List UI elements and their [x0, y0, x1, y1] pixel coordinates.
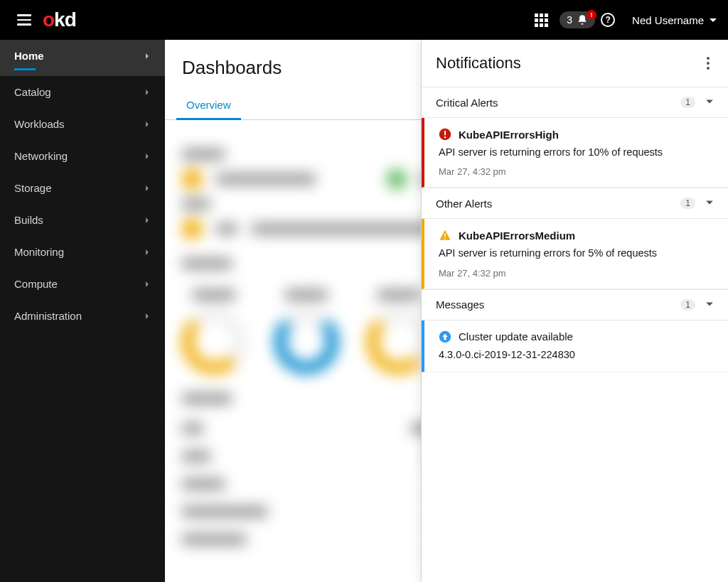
alert-item-critical[interactable]: KubeAPIErrorsHigh API server is returnin… [422, 118, 728, 188]
alert-time: Mar 27, 4:32 pm [439, 268, 714, 279]
chevron-right-icon [144, 86, 151, 98]
user-menu[interactable]: Ned Username [632, 14, 717, 26]
svg-point-2 [444, 136, 446, 138]
notification-badge: ! [587, 10, 596, 20]
alert-item-info[interactable]: Cluster update available 4.3.0-0.ci-2019… [422, 320, 728, 372]
notification-pill[interactable]: 3 ! [560, 11, 595, 28]
sidebar: Home Catalog Workloads Networking Storag… [0, 40, 165, 582]
sidebar-item-administration[interactable]: Administration [0, 300, 165, 332]
drawer-title: Notifications [436, 54, 521, 72]
chevron-down-icon [705, 298, 714, 311]
logo[interactable]: okd [43, 9, 76, 31]
chevron-right-icon [144, 150, 151, 162]
kebab-menu-icon[interactable] [702, 53, 714, 74]
help-icon[interactable]: ? [601, 13, 615, 27]
alert-time: Mar 27, 4:32 pm [439, 166, 714, 177]
sidebar-item-workloads[interactable]: Workloads [0, 108, 165, 140]
arrow-circle-up-icon [439, 330, 451, 343]
sidebar-item-storage[interactable]: Storage [0, 172, 165, 204]
alert-item-warning[interactable]: KubeAPIErrorsMedium API server is return… [422, 219, 728, 289]
sidebar-item-label: Monitoring [14, 246, 64, 258]
top-header: okd 3 ! ? Ned Username [0, 0, 728, 40]
sidebar-item-builds[interactable]: Builds [0, 204, 165, 236]
count-badge: 1 [680, 198, 695, 209]
section-name: Critical Alerts [436, 97, 498, 109]
svg-point-4 [444, 238, 446, 239]
chevron-right-icon [144, 118, 151, 130]
caret-down-icon [710, 18, 717, 22]
alert-desc: 4.3.0-0.ci-2019-12-31-224830 [439, 347, 714, 362]
alert-title: KubeAPIErrorsMedium [459, 230, 575, 242]
chevron-down-icon [705, 96, 714, 109]
chevron-right-icon [144, 50, 151, 62]
sidebar-item-label: Compute [14, 278, 58, 290]
count-badge: 1 [680, 97, 695, 108]
apps-grid-icon[interactable] [529, 8, 554, 33]
svg-rect-3 [444, 233, 446, 237]
chevron-right-icon [144, 310, 151, 322]
notifications-drawer: Notifications Critical Alerts 1 KubeAPIE… [421, 40, 728, 582]
alert-desc: API server is returning errors for 5% of… [439, 246, 714, 260]
count-badge: 1 [680, 299, 695, 311]
chevron-right-icon [144, 246, 151, 258]
chevron-right-icon [144, 182, 151, 194]
sidebar-item-monitoring[interactable]: Monitoring [0, 236, 165, 268]
sidebar-item-catalog[interactable]: Catalog [0, 76, 165, 108]
exclamation-circle-icon [439, 128, 451, 141]
section-name: Messages [436, 298, 484, 311]
sidebar-item-home[interactable]: Home [0, 40, 165, 76]
sidebar-item-label: Home [14, 50, 44, 62]
section-name: Other Alerts [436, 198, 492, 210]
main-content: Dashboards Overview [165, 40, 728, 582]
alert-desc: API server is returning errors for 10% o… [439, 145, 714, 159]
section-header-critical[interactable]: Critical Alerts 1 [422, 87, 728, 118]
alert-title: Cluster update available [459, 330, 573, 343]
sidebar-item-label: Administration [14, 310, 82, 322]
sidebar-item-label: Workloads [14, 118, 65, 130]
logo-kd: kd [54, 9, 76, 31]
section-header-other[interactable]: Other Alerts 1 [422, 188, 728, 219]
chevron-down-icon [705, 197, 714, 210]
sidebar-item-label: Storage [14, 182, 52, 194]
sidebar-item-label: Builds [14, 214, 43, 226]
sidebar-item-label: Networking [14, 150, 68, 162]
tab-overview[interactable]: Overview [176, 92, 241, 120]
logo-o: o [43, 9, 54, 31]
section-header-messages[interactable]: Messages 1 [422, 289, 728, 320]
sidebar-item-compute[interactable]: Compute [0, 268, 165, 300]
hamburger-menu-icon[interactable] [11, 9, 37, 31]
sidebar-item-networking[interactable]: Networking [0, 140, 165, 172]
drawer-header: Notifications [422, 40, 728, 87]
sidebar-item-label: Catalog [14, 86, 51, 98]
chevron-right-icon [144, 278, 151, 290]
alert-title: KubeAPIErrorsHigh [459, 129, 559, 141]
svg-rect-1 [444, 131, 446, 136]
chevron-right-icon [144, 214, 151, 226]
exclamation-triangle-icon [439, 229, 451, 242]
notification-count: 3 [567, 14, 572, 26]
username-label: Ned Username [632, 14, 704, 26]
header-right: 3 ! ? Ned Username [529, 8, 717, 33]
